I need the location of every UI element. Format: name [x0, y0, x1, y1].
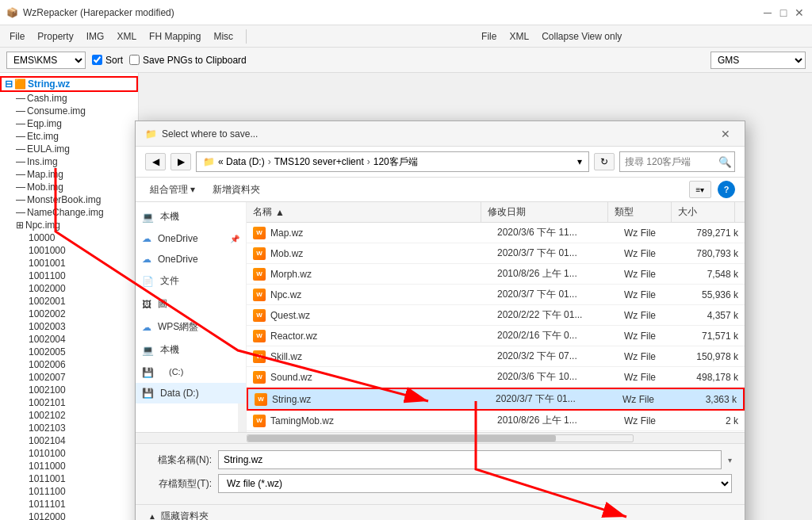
tree-item-1002002[interactable]: 1002002 — [0, 308, 138, 320]
tree-item-1002100[interactable]: 1002100 — [0, 384, 138, 396]
tree-item-1002000[interactable]: 1002000 — [0, 282, 138, 295]
new-folder-button[interactable]: 新增資料夾 — [206, 182, 266, 198]
nav-folder-driveC[interactable]: 💾 (C:) — [136, 361, 246, 383]
col-header-type[interactable]: 類型 — [608, 202, 672, 222]
menu-misc[interactable]: Misc — [207, 28, 239, 45]
tree-item-1001100[interactable]: 1001100 — [0, 270, 138, 282]
tree-item-1002007[interactable]: 1002007 — [0, 371, 138, 384]
titlebar-controls: ─ □ ✕ — [761, 6, 806, 19]
tree-item-label: Mob.img — [27, 182, 63, 193]
expand-arrow-icon[interactable]: ▲ — [148, 512, 156, 520]
breadcrumb-bar[interactable]: 📁 « Data (D:) › TMS120 sever+client › 12… — [196, 151, 589, 172]
tree-item-map[interactable]: —Map.img — [0, 168, 138, 181]
tree-item-mob[interactable]: —Mob.img — [0, 181, 138, 193]
tree-item-1002003[interactable]: 1002003 — [0, 320, 138, 333]
target-select[interactable]: GMS — [710, 52, 806, 69]
nav-folder-driveD[interactable]: 💾 Data (D:) — [136, 383, 246, 403]
tree-item-monsterbook[interactable]: —MonsterBook.img — [0, 193, 138, 206]
search-input[interactable] — [620, 156, 715, 167]
file-row-quest[interactable]: WQuest.wz 2020/2/22 下午 01... Wz File 4,3… — [247, 305, 745, 326]
driveD-icon: 💾 — [142, 388, 154, 399]
minimize-button[interactable]: ─ — [761, 6, 774, 19]
tree-item-1012000[interactable]: 1012000 — [0, 510, 138, 520]
search-button[interactable]: 🔍 — [715, 152, 734, 171]
file-row-mob[interactable]: WMob.wz 2020/3/7 下午 01... Wz File 780,79… — [247, 243, 745, 264]
nav-folder-doc[interactable]: 📄 文件 — [136, 270, 246, 292]
menu-img[interactable]: IMG — [80, 28, 111, 45]
col-header-size[interactable]: 大小 — [672, 202, 735, 222]
file-row-morph[interactable]: WMorph.wz 2010/8/26 上午 1... Wz File 7,54… — [247, 264, 745, 285]
tree-item-label: Eqp.img — [27, 118, 62, 129]
file-name: Npc.wz — [270, 289, 301, 300]
save-png-checkbox[interactable] — [129, 55, 140, 65]
tree-item-1002102[interactable]: 1002102 — [0, 409, 138, 422]
file-row-skill[interactable]: WSkill.wz 2020/3/2 下午 07... Wz File 150,… — [247, 346, 745, 367]
file-name: Reactor.wz — [270, 331, 317, 342]
tree-item-npc[interactable]: ⊞Npc.img — [0, 219, 138, 231]
source-select[interactable]: EMS\KMS — [6, 52, 86, 69]
tree-item-consume[interactable]: —Consume.img — [0, 105, 138, 117]
tree-item-1011001[interactable]: 1011001 — [0, 472, 138, 485]
refresh-button[interactable]: ↻ — [594, 153, 615, 170]
tree-item-ins[interactable]: —Ins.img — [0, 155, 138, 168]
file-size: 789,271 k — [681, 226, 745, 240]
tree-item-1002103[interactable]: 1002103 — [0, 422, 138, 434]
file-row-tamingmob[interactable]: WTamingMob.wz 2010/8/26 上午 1... Wz File … — [247, 411, 745, 431]
sort-checkbox[interactable] — [92, 55, 102, 65]
tree-item-1001000[interactable]: 1001000 — [0, 244, 138, 257]
tree-item-1002104[interactable]: 1002104 — [0, 434, 138, 447]
organize-button[interactable]: 組合管理 ▾ — [145, 182, 200, 198]
file-type: Wz File — [618, 414, 681, 428]
file-row-reactor[interactable]: WReactor.wz 2020/2/16 下午 0... Wz File 71… — [247, 326, 745, 346]
onedrive1-icon: ☁ — [142, 233, 151, 244]
tree-item-1002101[interactable]: 1002101 — [0, 396, 138, 409]
menu-file[interactable]: File — [3, 28, 31, 45]
col-header-date[interactable]: 修改日期 — [481, 202, 608, 222]
tree-item-eqp[interactable]: —Eqp.img — [0, 117, 138, 130]
nav-forward-button[interactable]: ▶ — [170, 153, 191, 170]
menu-xml[interactable]: XML — [110, 28, 143, 45]
nav-folder-onedrive2[interactable]: ☁ OneDrive — [136, 249, 246, 270]
nav-folder-onedrive1[interactable]: ☁ OneDrive 📌 — [136, 228, 246, 249]
hidden-folder-label: 隱藏資料夾 — [161, 510, 209, 520]
tree-item-1011000[interactable]: 1011000 — [0, 460, 138, 472]
tree-item-1002004[interactable]: 1002004 — [0, 333, 138, 346]
nav-folder-wps[interactable]: ☁ WPS網盤 — [136, 315, 246, 338]
menu-property[interactable]: Property — [31, 28, 79, 45]
tree-item-label: 1002104 — [29, 435, 66, 446]
col-header-name[interactable]: 名稱 ▲ — [247, 202, 481, 222]
file-row-string[interactable]: WString.wz 2020/3/7 下午 01... Wz File 3,3… — [247, 388, 745, 411]
horizontal-scrollbar[interactable] — [136, 432, 745, 443]
menu-fhmapping[interactable]: FH Mapping — [143, 28, 207, 45]
file-row-npc[interactable]: WNpc.wz 2020/3/7 下午 01... Wz File 55,936… — [247, 285, 745, 305]
tree-item-1011101[interactable]: 1011101 — [0, 498, 138, 510]
nav-folder-thispc[interactable]: 💻 本機 — [136, 205, 246, 228]
tree-item-1002006[interactable]: 1002006 — [0, 358, 138, 371]
tree-item-string-wz[interactable]: ⊟ 🟧 String.wz — [0, 76, 138, 92]
menu-right-file[interactable]: File — [475, 28, 503, 45]
tree-item-1002001[interactable]: 1002001 — [0, 295, 138, 308]
view-button[interactable]: ≡▾ — [689, 181, 711, 198]
tree-item-eula[interactable]: —EULA.img — [0, 143, 138, 155]
tree-item-1011100[interactable]: 1011100 — [0, 485, 138, 498]
menu-right-xml[interactable]: XML — [503, 28, 535, 45]
tree-item-namechange[interactable]: —NameChange.img — [0, 206, 138, 219]
filetype-select[interactable]: Wz file (*.wz) — [218, 474, 732, 493]
nav-folder-thispc2[interactable]: 💻 本機 — [136, 338, 246, 361]
maximize-button[interactable]: □ — [777, 6, 790, 19]
file-row-sound[interactable]: WSound.wz 2020/3/6 下午 10... Wz File 498,… — [247, 367, 745, 388]
filename-input[interactable] — [218, 450, 722, 469]
dialog-close-button[interactable]: ✕ — [716, 124, 735, 143]
help-button[interactable]: ? — [718, 181, 735, 198]
nav-folder-pic[interactable]: 🖼 圖 — [136, 292, 246, 315]
nav-back-button[interactable]: ◀ — [145, 153, 166, 170]
tree-item-etc[interactable]: —Etc.img — [0, 130, 138, 143]
tree-item-1010100[interactable]: 1010100 — [0, 447, 138, 460]
tree-item-1002005[interactable]: 1002005 — [0, 346, 138, 358]
tree-item-cash[interactable]: —Cash.img — [0, 92, 138, 105]
titlebar-close-button[interactable]: ✕ — [793, 6, 806, 19]
tree-item-10000[interactable]: 10000 — [0, 231, 138, 244]
file-row-map[interactable]: WMap.wz 2020/3/6 下午 11... Wz File 789,27… — [247, 223, 745, 243]
tree-item-1001001[interactable]: 1001001 — [0, 257, 138, 270]
menu-collapse-view[interactable]: Collapse View only — [535, 28, 628, 45]
